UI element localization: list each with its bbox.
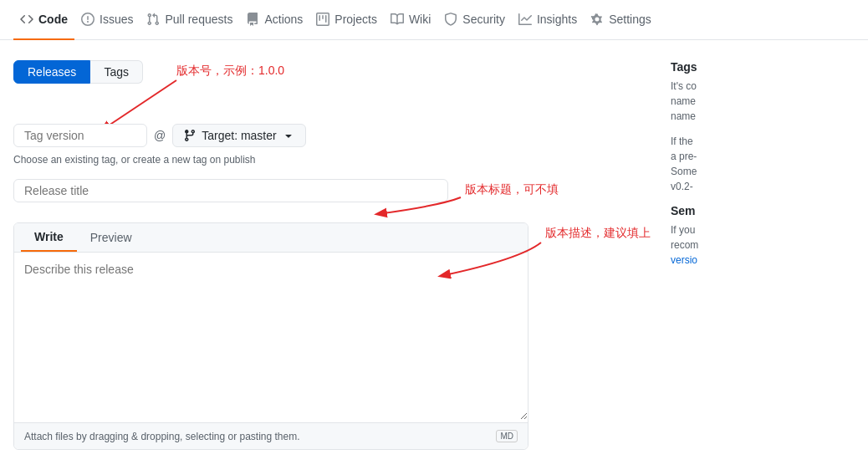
project-icon [316, 13, 329, 26]
action-icon [246, 13, 259, 26]
desc-annotation: 版本描述，建议填上 [545, 226, 651, 239]
target-branch-label: Target: master [202, 129, 276, 142]
tags-description: It's conamename [671, 79, 855, 124]
sem-heading: Sem [671, 204, 855, 217]
nav-settings-label: Settings [609, 13, 651, 26]
desc-arrow [524, 243, 558, 293]
title-annotation: 版本标题，可不填 [465, 182, 559, 196]
write-tab[interactable]: Write [21, 223, 77, 252]
top-nav: Code Issues Pull requests Actions Projec… [0, 0, 868, 40]
nav-projects-label: Projects [334, 13, 377, 26]
preview-tab[interactable]: Preview [77, 223, 146, 252]
main-content: Releases Tags 版本号，示例：1.0.0 [0, 40, 868, 470]
attach-files-bar: Attach files by dragging & dropping, sel… [14, 422, 528, 449]
branch-icon [183, 129, 197, 142]
at-symbol: @ [154, 129, 166, 142]
nav-security-label: Security [462, 13, 505, 26]
right-panel: Tags It's conamename If thea pre-Somev0.… [671, 60, 855, 450]
nav-issues[interactable]: Issues [74, 0, 140, 40]
attach-files-label: Attach files by dragging & dropping, sel… [24, 431, 300, 442]
pr-icon [146, 13, 160, 26]
release-title-input[interactable] [13, 179, 448, 202]
chevron-down-icon [282, 129, 295, 142]
tag-version-row: @ Target: master [13, 124, 651, 147]
wiki-icon [391, 13, 404, 26]
target-branch-button[interactable]: Target: master [172, 124, 305, 147]
nav-actions[interactable]: Actions [239, 0, 309, 40]
nav-code-label: Code [38, 13, 68, 26]
nav-pr-label: Pull requests [165, 13, 232, 26]
nav-settings[interactable]: Settings [584, 0, 658, 40]
description-textarea[interactable] [14, 253, 528, 420]
tag-hint: Choose an existing tag, or create a new … [13, 154, 651, 166]
tag-version-input[interactable] [13, 124, 147, 147]
nav-pull-requests[interactable]: Pull requests [140, 0, 239, 40]
tags-tab[interactable]: Tags [90, 60, 143, 84]
tags-description-2: If thea pre-Somev0.2- [671, 134, 855, 194]
insights-icon [518, 13, 532, 26]
nav-wiki[interactable]: Wiki [384, 0, 437, 40]
code-icon [20, 13, 33, 26]
issue-icon [81, 13, 94, 26]
markdown-icon: MD [496, 430, 518, 442]
security-icon [444, 13, 457, 26]
sem-description: If yourecom versio [671, 222, 855, 268]
write-preview-tabs: Write Preview [14, 223, 528, 253]
nav-code[interactable]: Code [13, 0, 74, 40]
left-panel: Releases Tags 版本号，示例：1.0.0 [13, 60, 651, 450]
tags-heading: Tags [671, 60, 855, 74]
nav-insights-label: Insights [537, 13, 577, 26]
nav-projects[interactable]: Projects [309, 0, 384, 40]
nav-issues-label: Issues [100, 13, 133, 26]
releases-tab[interactable]: Releases [13, 60, 90, 84]
version-annotation: 版本号，示例：1.0.0 [176, 64, 284, 77]
release-tags-tabs: Releases Tags [13, 60, 143, 84]
nav-wiki-label: Wiki [409, 13, 431, 26]
settings-icon [590, 13, 604, 26]
nav-security[interactable]: Security [437, 0, 512, 40]
sem-link[interactable]: versio [671, 254, 697, 266]
nav-actions-label: Actions [264, 13, 303, 26]
nav-insights[interactable]: Insights [512, 0, 584, 40]
